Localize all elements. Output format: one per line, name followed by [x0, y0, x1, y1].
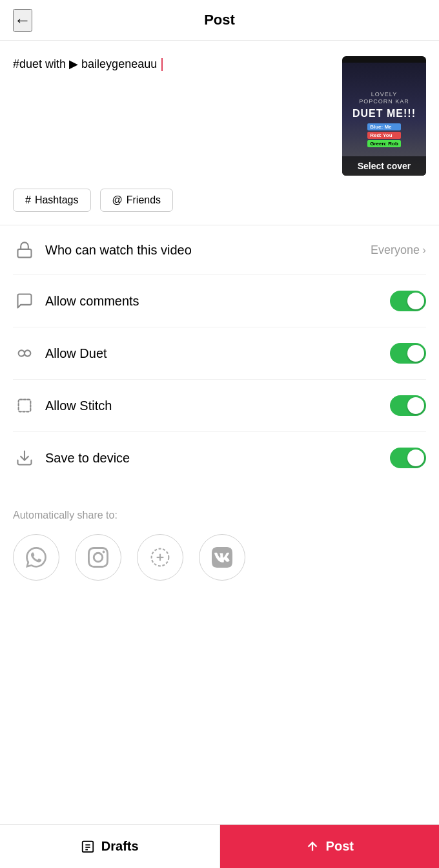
- drafts-icon: [81, 840, 95, 854]
- post-icon: [305, 840, 320, 854]
- select-cover-overlay[interactable]: Select cover: [342, 156, 426, 176]
- poster-tag-green: Green: Rob: [367, 140, 401, 147]
- select-cover-label: Select cover: [358, 161, 411, 171]
- caption-area: #duet with ▶ baileygeneauu LOVELYPOPCORN…: [0, 41, 439, 189]
- tags-row: # Hashtags @ Friends: [0, 189, 439, 225]
- vk-share-button[interactable]: [199, 534, 245, 581]
- poster-tag-red: Red: You: [367, 132, 401, 139]
- setting-row-allow-duet: Allow Duet: [13, 327, 426, 380]
- page-title: Post: [204, 12, 235, 28]
- vk-icon: [212, 547, 232, 568]
- caption-play-icon: ▶: [69, 57, 81, 70]
- bottom-spacer: [0, 596, 439, 687]
- allow-comments-label: Allow comments: [45, 294, 390, 309]
- hashtags-label: Hashtags: [35, 194, 79, 206]
- share-section: Automatically share to:: [0, 484, 439, 596]
- poster-lovely-text: LOVELYPOPCORN KAR: [359, 91, 409, 105]
- allow-stitch-label: Allow Stitch: [45, 398, 390, 413]
- back-button[interactable]: ←: [13, 9, 32, 32]
- setting-row-allow-comments: Allow comments: [13, 275, 426, 327]
- poster-tags: Blue: Me Red: You Green: Rob: [367, 123, 401, 147]
- chevron-right-icon: ›: [422, 243, 426, 257]
- post-label: Post: [326, 839, 354, 854]
- at-icon: @: [112, 194, 123, 206]
- who-can-watch-value: Everyone ›: [371, 243, 426, 257]
- drafts-label: Drafts: [101, 839, 139, 854]
- tiktok-share-button[interactable]: [137, 534, 183, 581]
- svg-point-1: [19, 350, 25, 356]
- save-device-icon: [13, 449, 36, 467]
- duet-icon: [13, 344, 36, 362]
- save-to-device-label: Save to device: [45, 451, 390, 466]
- whatsapp-icon: [26, 547, 46, 568]
- allow-duet-label: Allow Duet: [45, 346, 390, 361]
- bottom-bar: Drafts Post: [0, 824, 439, 868]
- allow-stitch-toggle[interactable]: [390, 395, 426, 416]
- svg-rect-3: [19, 400, 31, 412]
- instagram-icon: [88, 547, 108, 568]
- caption-username: baileygeneauu: [81, 57, 157, 70]
- allow-comments-toggle[interactable]: [390, 291, 426, 311]
- share-icons-row: [13, 534, 426, 581]
- whatsapp-share-button[interactable]: [13, 534, 59, 581]
- comment-icon: [13, 292, 36, 310]
- share-label: Automatically share to:: [13, 510, 426, 521]
- text-cursor: [161, 58, 163, 71]
- hashtags-button[interactable]: # Hashtags: [13, 189, 91, 212]
- caption-text-area[interactable]: #duet with ▶ baileygeneauu: [13, 56, 332, 72]
- save-to-device-toggle[interactable]: [390, 448, 426, 468]
- settings-section: Who can watch this video Everyone › Allo…: [0, 225, 439, 484]
- svg-point-2: [25, 350, 30, 356]
- svg-rect-0: [18, 249, 32, 258]
- post-button[interactable]: Post: [220, 825, 440, 868]
- stitch-icon: [13, 397, 36, 415]
- friends-button[interactable]: @ Friends: [100, 189, 174, 212]
- video-thumbnail[interactable]: LOVELYPOPCORN KAR DUET ME!!! Blue: Me Re…: [342, 56, 426, 176]
- header: ← Post: [0, 0, 439, 41]
- setting-row-who-can-watch[interactable]: Who can watch this video Everyone ›: [13, 225, 426, 275]
- poster-duet-text: DUET ME!!!: [352, 108, 416, 119]
- friends-label: Friends: [127, 194, 161, 206]
- who-can-watch-label: Who can watch this video: [45, 243, 371, 258]
- allow-duet-toggle[interactable]: [390, 343, 426, 364]
- caption-prefix: #duet with: [13, 57, 66, 70]
- drafts-button[interactable]: Drafts: [0, 825, 220, 868]
- lock-icon: [13, 241, 36, 259]
- tiktok-add-icon: [150, 547, 170, 568]
- caption-input[interactable]: #duet with ▶ baileygeneauu: [13, 56, 332, 72]
- setting-row-save-to-device: Save to device: [13, 432, 426, 484]
- poster-tag-blue: Blue: Me: [367, 123, 401, 130]
- setting-row-allow-stitch: Allow Stitch: [13, 380, 426, 432]
- hashtag-icon: #: [25, 194, 31, 206]
- instagram-share-button[interactable]: [75, 534, 121, 581]
